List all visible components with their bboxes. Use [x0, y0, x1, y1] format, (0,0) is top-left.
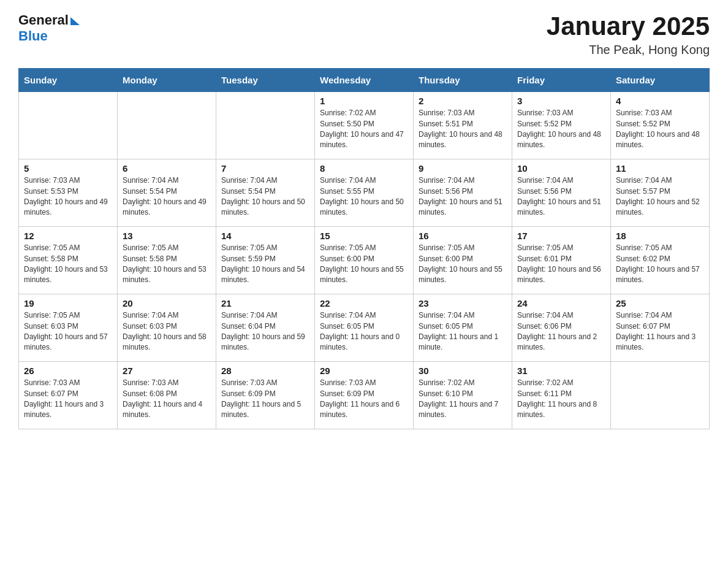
- day-number: 4: [616, 96, 704, 106]
- calendar-cell: 29Sunrise: 7:03 AM Sunset: 6:09 PM Dayli…: [315, 362, 414, 429]
- day-info: Sunrise: 7:04 AM Sunset: 5:55 PM Dayligh…: [320, 175, 408, 218]
- logo-blue-text: Blue: [18, 28, 48, 44]
- calendar-cell: 23Sunrise: 7:04 AM Sunset: 6:05 PM Dayli…: [414, 294, 512, 362]
- day-info: Sunrise: 7:05 AM Sunset: 6:00 PM Dayligh…: [320, 243, 408, 286]
- header-saturday: Saturday: [611, 69, 710, 92]
- day-info: Sunrise: 7:05 AM Sunset: 5:59 PM Dayligh…: [221, 243, 309, 286]
- day-number: 16: [419, 231, 507, 241]
- calendar-cell: 14Sunrise: 7:05 AM Sunset: 5:59 PM Dayli…: [216, 227, 315, 294]
- day-info: Sunrise: 7:04 AM Sunset: 5:54 PM Dayligh…: [123, 175, 211, 218]
- day-info: Sunrise: 7:04 AM Sunset: 5:54 PM Dayligh…: [221, 175, 309, 218]
- calendar-cell: 7Sunrise: 7:04 AM Sunset: 5:54 PM Daylig…: [216, 159, 315, 227]
- calendar-cell: 3Sunrise: 7:03 AM Sunset: 5:52 PM Daylig…: [512, 92, 611, 159]
- calendar-cell: [611, 362, 710, 429]
- calendar-cell: 15Sunrise: 7:05 AM Sunset: 6:00 PM Dayli…: [315, 227, 414, 294]
- logo: General Blue: [18, 12, 80, 44]
- day-number: 19: [24, 298, 112, 308]
- calendar-cell: 26Sunrise: 7:03 AM Sunset: 6:07 PM Dayli…: [19, 362, 118, 429]
- day-number: 6: [123, 163, 211, 174]
- day-number: 27: [123, 366, 211, 376]
- day-number: 28: [221, 366, 309, 376]
- calendar-week-3: 12Sunrise: 7:05 AM Sunset: 5:58 PM Dayli…: [19, 227, 710, 294]
- header-tuesday: Tuesday: [216, 69, 315, 92]
- calendar-cell: [216, 92, 315, 159]
- calendar-cell: [118, 92, 216, 159]
- day-info: Sunrise: 7:05 AM Sunset: 6:02 PM Dayligh…: [616, 243, 704, 286]
- day-number: 12: [24, 231, 112, 241]
- calendar-cell: 8Sunrise: 7:04 AM Sunset: 5:55 PM Daylig…: [315, 159, 414, 227]
- day-info: Sunrise: 7:05 AM Sunset: 6:01 PM Dayligh…: [517, 243, 605, 286]
- day-number: 20: [123, 298, 211, 308]
- calendar-cell: 11Sunrise: 7:04 AM Sunset: 5:57 PM Dayli…: [611, 159, 710, 227]
- calendar-cell: 21Sunrise: 7:04 AM Sunset: 6:04 PM Dayli…: [216, 294, 315, 362]
- calendar-cell: 18Sunrise: 7:05 AM Sunset: 6:02 PM Dayli…: [611, 227, 710, 294]
- calendar-header-row: SundayMondayTuesdayWednesdayThursdayFrid…: [19, 69, 710, 92]
- calendar-week-2: 5Sunrise: 7:03 AM Sunset: 5:53 PM Daylig…: [19, 159, 710, 227]
- header-thursday: Thursday: [414, 69, 512, 92]
- day-info: Sunrise: 7:03 AM Sunset: 6:07 PM Dayligh…: [24, 378, 112, 421]
- day-info: Sunrise: 7:02 AM Sunset: 5:50 PM Dayligh…: [320, 108, 408, 151]
- day-number: 30: [419, 366, 507, 376]
- day-number: 13: [123, 231, 211, 241]
- day-number: 25: [616, 298, 704, 308]
- day-number: 26: [24, 366, 112, 376]
- calendar-cell: 22Sunrise: 7:04 AM Sunset: 6:05 PM Dayli…: [315, 294, 414, 362]
- day-info: Sunrise: 7:02 AM Sunset: 6:10 PM Dayligh…: [419, 378, 507, 421]
- page-title: January 2025: [547, 12, 710, 40]
- day-number: 24: [517, 298, 605, 308]
- calendar-cell: 13Sunrise: 7:05 AM Sunset: 5:58 PM Dayli…: [118, 227, 216, 294]
- calendar-cell: 31Sunrise: 7:02 AM Sunset: 6:11 PM Dayli…: [512, 362, 611, 429]
- day-number: 31: [517, 366, 605, 376]
- day-number: 29: [320, 366, 408, 376]
- calendar-table: SundayMondayTuesdayWednesdayThursdayFrid…: [18, 68, 710, 429]
- day-info: Sunrise: 7:03 AM Sunset: 5:52 PM Dayligh…: [517, 108, 605, 151]
- header-monday: Monday: [118, 69, 216, 92]
- calendar-cell: 27Sunrise: 7:03 AM Sunset: 6:08 PM Dayli…: [118, 362, 216, 429]
- day-number: 17: [517, 231, 605, 241]
- day-number: 21: [221, 298, 309, 308]
- day-info: Sunrise: 7:04 AM Sunset: 5:56 PM Dayligh…: [419, 175, 507, 218]
- day-number: 1: [320, 96, 408, 106]
- page-subtitle: The Peak, Hong Kong: [547, 43, 710, 57]
- day-info: Sunrise: 7:05 AM Sunset: 6:03 PM Dayligh…: [24, 310, 112, 353]
- day-number: 5: [24, 163, 112, 174]
- calendar-cell: 4Sunrise: 7:03 AM Sunset: 5:52 PM Daylig…: [611, 92, 710, 159]
- day-info: Sunrise: 7:03 AM Sunset: 5:53 PM Dayligh…: [24, 175, 112, 218]
- day-number: 10: [517, 163, 605, 174]
- calendar-week-4: 19Sunrise: 7:05 AM Sunset: 6:03 PM Dayli…: [19, 294, 710, 362]
- calendar-week-5: 26Sunrise: 7:03 AM Sunset: 6:07 PM Dayli…: [19, 362, 710, 429]
- header-wednesday: Wednesday: [315, 69, 414, 92]
- calendar-cell: 20Sunrise: 7:04 AM Sunset: 6:03 PM Dayli…: [118, 294, 216, 362]
- day-info: Sunrise: 7:05 AM Sunset: 5:58 PM Dayligh…: [24, 243, 112, 286]
- day-info: Sunrise: 7:04 AM Sunset: 5:56 PM Dayligh…: [517, 175, 605, 218]
- day-info: Sunrise: 7:03 AM Sunset: 5:52 PM Dayligh…: [616, 108, 704, 151]
- day-info: Sunrise: 7:04 AM Sunset: 6:03 PM Dayligh…: [123, 310, 211, 353]
- day-info: Sunrise: 7:02 AM Sunset: 6:11 PM Dayligh…: [517, 378, 605, 421]
- day-info: Sunrise: 7:04 AM Sunset: 6:06 PM Dayligh…: [517, 310, 605, 353]
- day-info: Sunrise: 7:03 AM Sunset: 6:08 PM Dayligh…: [123, 378, 211, 421]
- day-number: 14: [221, 231, 309, 241]
- day-number: 15: [320, 231, 408, 241]
- day-number: 23: [419, 298, 507, 308]
- calendar-cell: 28Sunrise: 7:03 AM Sunset: 6:09 PM Dayli…: [216, 362, 315, 429]
- day-info: Sunrise: 7:03 AM Sunset: 6:09 PM Dayligh…: [221, 378, 309, 421]
- calendar-cell: 9Sunrise: 7:04 AM Sunset: 5:56 PM Daylig…: [414, 159, 512, 227]
- day-info: Sunrise: 7:05 AM Sunset: 6:00 PM Dayligh…: [419, 243, 507, 286]
- logo-arrow-icon: [70, 17, 80, 25]
- calendar-cell: 24Sunrise: 7:04 AM Sunset: 6:06 PM Dayli…: [512, 294, 611, 362]
- calendar-cell: 30Sunrise: 7:02 AM Sunset: 6:10 PM Dayli…: [414, 362, 512, 429]
- day-number: 2: [419, 96, 507, 106]
- calendar-week-1: 1Sunrise: 7:02 AM Sunset: 5:50 PM Daylig…: [19, 92, 710, 159]
- day-number: 22: [320, 298, 408, 308]
- day-number: 18: [616, 231, 704, 241]
- day-number: 8: [320, 163, 408, 174]
- page-header: General Blue January 2025 The Peak, Hong…: [18, 12, 710, 57]
- calendar-cell: 1Sunrise: 7:02 AM Sunset: 5:50 PM Daylig…: [315, 92, 414, 159]
- calendar-cell: 19Sunrise: 7:05 AM Sunset: 6:03 PM Dayli…: [19, 294, 118, 362]
- day-info: Sunrise: 7:04 AM Sunset: 6:07 PM Dayligh…: [616, 310, 704, 353]
- calendar-cell: 6Sunrise: 7:04 AM Sunset: 5:54 PM Daylig…: [118, 159, 216, 227]
- calendar-cell: [19, 92, 118, 159]
- calendar-cell: 2Sunrise: 7:03 AM Sunset: 5:51 PM Daylig…: [414, 92, 512, 159]
- calendar-cell: 10Sunrise: 7:04 AM Sunset: 5:56 PM Dayli…: [512, 159, 611, 227]
- calendar-cell: 12Sunrise: 7:05 AM Sunset: 5:58 PM Dayli…: [19, 227, 118, 294]
